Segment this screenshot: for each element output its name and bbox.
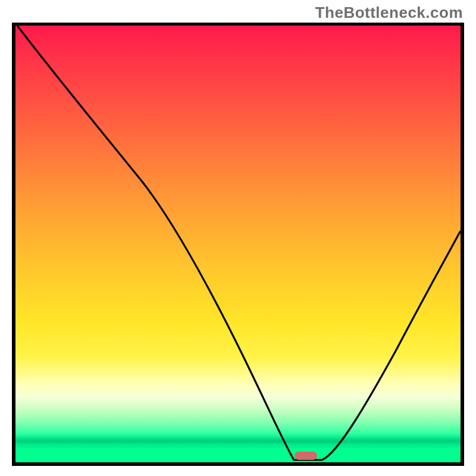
watermark-text: TheBottleneck.com	[315, 4, 463, 22]
bottleneck-curve	[15, 26, 461, 462]
optimal-marker	[295, 452, 317, 460]
chart-frame	[12, 23, 464, 466]
